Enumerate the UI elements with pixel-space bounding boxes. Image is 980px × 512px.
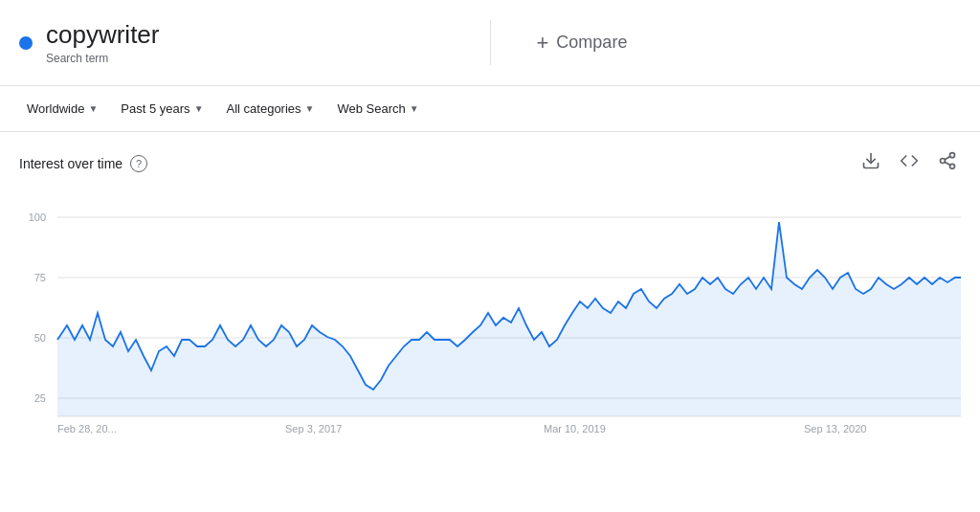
help-icon[interactable]: ? (130, 155, 147, 172)
chart-container: 100 75 50 25 Feb 28, 20... Sep 3, 2017 M… (19, 198, 961, 447)
svg-line-5 (945, 156, 950, 159)
time-filter-label: Past 5 years (121, 101, 189, 116)
chart-title: Interest over time (19, 156, 122, 171)
compare-button[interactable]: + Compare (529, 23, 635, 63)
svg-text:Feb 28, 20...: Feb 28, 20... (57, 423, 117, 434)
chart-title-group: Interest over time ? (19, 155, 147, 172)
term-info: copywriter Search term (46, 20, 159, 65)
search-type-filter-arrow-icon: ▼ (410, 103, 419, 114)
svg-line-4 (945, 162, 950, 165)
geo-filter-button[interactable]: Worldwide ▼ (19, 96, 105, 122)
search-term-section: copywriter Search term (19, 20, 491, 65)
geo-filter-label: Worldwide (27, 101, 84, 116)
svg-text:Sep 13, 2020: Sep 13, 2020 (804, 423, 866, 434)
category-filter-button[interactable]: All categories ▼ (219, 96, 323, 122)
svg-text:100: 100 (29, 211, 46, 223)
chart-actions (858, 147, 961, 179)
term-color-dot (19, 36, 33, 50)
chart-section: Interest over time ? (0, 132, 980, 462)
search-term-name: copywriter (46, 20, 159, 50)
geo-filter-arrow-icon: ▼ (88, 103, 98, 114)
compare-section: + Compare (491, 23, 962, 63)
compare-plus-icon: + (537, 31, 549, 56)
category-filter-label: All categories (227, 101, 301, 116)
svg-text:Mar 10, 2019: Mar 10, 2019 (544, 423, 606, 434)
chart-header: Interest over time ? (19, 147, 961, 179)
search-term-label: Search term (46, 52, 159, 65)
svg-text:25: 25 (34, 392, 46, 404)
time-filter-button[interactable]: Past 5 years ▼ (113, 96, 211, 122)
svg-text:75: 75 (34, 272, 46, 283)
interest-over-time-chart: 100 75 50 25 Feb 28, 20... Sep 3, 2017 M… (19, 198, 961, 447)
compare-label: Compare (556, 33, 627, 53)
download-icon[interactable] (858, 147, 884, 179)
category-filter-arrow-icon: ▼ (305, 103, 315, 114)
embed-icon[interactable] (896, 147, 923, 179)
search-type-filter-label: Web Search (337, 101, 405, 116)
time-filter-arrow-icon: ▼ (194, 103, 204, 114)
search-type-filter-button[interactable]: Web Search ▼ (329, 96, 426, 122)
header: copywriter Search term + Compare (0, 0, 980, 86)
filters-bar: Worldwide ▼ Past 5 years ▼ All categorie… (0, 86, 980, 132)
share-icon[interactable] (934, 147, 961, 179)
svg-text:Sep 3, 2017: Sep 3, 2017 (285, 423, 342, 434)
svg-text:50: 50 (34, 332, 46, 344)
